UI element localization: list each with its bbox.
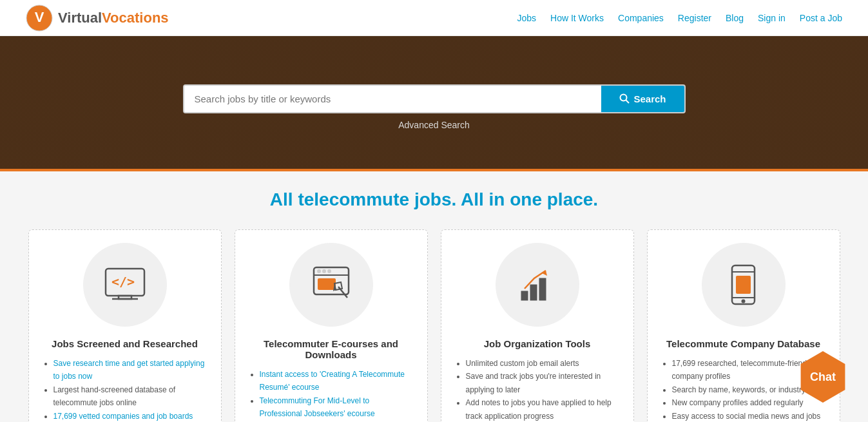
feature-icon-circle-screened: </> <box>83 243 167 327</box>
svg-rect-25 <box>736 276 751 294</box>
advanced-search-link[interactable]: Advanced Search <box>398 120 470 130</box>
nav-register[interactable]: Register <box>678 13 711 23</box>
list-item: Largest hand-screened database of teleco… <box>53 383 208 410</box>
svg-point-24 <box>742 299 746 303</box>
feature-card-screened: </> Jobs Screened and Researched Save re… <box>28 229 222 422</box>
mobile-icon <box>726 264 761 306</box>
tagline-section: All telecommute jobs. All in one place. <box>0 171 868 223</box>
search-input[interactable] <box>184 86 602 112</box>
nav-companies[interactable]: Companies <box>618 13 664 23</box>
svg-marker-15 <box>334 282 342 290</box>
svg-line-14 <box>338 287 347 298</box>
main-nav: Jobs How It Works Companies Register Blo… <box>517 13 842 23</box>
search-icon <box>619 93 630 104</box>
svg-rect-18 <box>530 285 537 300</box>
list-item: Instant access to 'Creating A Telecommut… <box>260 368 414 394</box>
chart-icon <box>515 264 560 306</box>
list-item: Easy access to social media news and job… <box>672 410 827 422</box>
feature-title-screened: Jobs Screened and Researched <box>52 338 198 349</box>
list-item: New company profiles added regularly <box>672 396 827 409</box>
svg-line-3 <box>626 101 630 104</box>
list-item: Save research time and get started apply… <box>53 357 208 383</box>
svg-rect-19 <box>539 278 546 300</box>
search-bar: Search <box>183 84 686 113</box>
code-icon: </> <box>102 265 148 304</box>
feature-icon-circle-ecourses <box>289 243 373 327</box>
feature-list-ecourses: Instant access to 'Creating A Telecommut… <box>248 368 414 422</box>
search-button[interactable]: Search <box>601 86 684 112</box>
svg-point-10 <box>317 269 321 273</box>
nav-blog[interactable]: Blog <box>726 13 744 23</box>
chat-label: Chat <box>810 370 836 384</box>
nav-post-a-job[interactable]: Post a Job <box>800 13 842 23</box>
svg-text:</>: </> <box>111 274 135 289</box>
features-section: </> Jobs Screened and Researched Save re… <box>0 223 868 422</box>
logo-text: VirtualVocations <box>58 10 169 26</box>
feature-list-tools: Unlimited custom job email alerts Save a… <box>454 357 621 422</box>
feature-card-tools: Job Organization Tools Unlimited custom … <box>441 229 634 422</box>
tagline-text: All telecommute jobs. All in one place. <box>13 189 855 210</box>
list-item: Unlimited custom job email alerts <box>466 357 621 370</box>
svg-point-2 <box>621 95 627 101</box>
nav-jobs[interactable]: Jobs <box>517 13 536 23</box>
feature-card-ecourses: Telecommuter E-courses and Downloads Ins… <box>235 229 428 422</box>
feature-title-database: Telecommute Company Database <box>666 338 820 349</box>
ecourse-icon <box>309 264 354 306</box>
logo[interactable]: V VirtualVocations <box>26 5 169 32</box>
list-item: Add notes to jobs you have applied to he… <box>466 396 621 422</box>
nav-how-it-works[interactable]: How It Works <box>550 13 604 23</box>
feature-title-tools: Job Organization Tools <box>484 338 591 349</box>
svg-rect-13 <box>318 278 336 290</box>
feature-list-screened: Save research time and get started apply… <box>42 357 208 422</box>
feature-title-ecourses: Telecommuter E-courses and Downloads <box>248 338 414 360</box>
search-button-label: Search <box>633 93 666 104</box>
list-item: Save and track jobs you're interested in… <box>466 370 621 396</box>
svg-rect-17 <box>521 291 528 300</box>
nav-sign-in[interactable]: Sign in <box>758 13 786 23</box>
header: V VirtualVocations Jobs How It Works Com… <box>0 0 868 36</box>
svg-point-12 <box>327 269 331 273</box>
feature-icon-circle-tools <box>496 243 579 327</box>
hero-section: Search Advanced Search <box>0 36 868 171</box>
svg-point-11 <box>322 269 326 273</box>
list-item: 17,699 vetted companies and job boards s… <box>53 410 208 422</box>
list-item: Telecommuting For Mid-Level to Professio… <box>260 394 414 421</box>
svg-text:V: V <box>35 9 44 25</box>
feature-icon-circle-database <box>702 243 786 327</box>
logo-icon: V <box>26 5 53 32</box>
